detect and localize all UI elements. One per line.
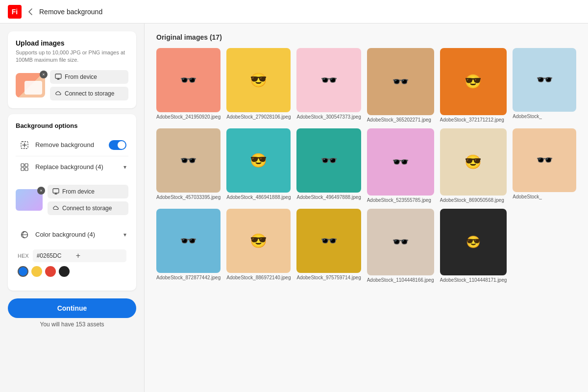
- image-thumbnail: 😎: [440, 48, 507, 115]
- from-device-button[interactable]: From device: [50, 70, 128, 84]
- svg-rect-5: [25, 168, 28, 171]
- swatch-black[interactable]: [59, 266, 70, 277]
- image-thumbnail: 🕶️: [513, 48, 576, 112]
- replace-background-header: Replace background (4) ▾: [16, 156, 128, 178]
- grid-header: Original images (17): [156, 33, 576, 41]
- remove-upload-badge[interactable]: ×: [40, 71, 48, 78]
- image-name: AdobeStock_457033395.jpeg: [156, 195, 220, 200]
- monitor-icon-2: [52, 188, 59, 195]
- image-thumbnail: 🕶️: [156, 209, 220, 273]
- replace-connect-storage-button[interactable]: Connect to storage: [48, 201, 128, 215]
- image-thumbnail: 🕶️: [296, 48, 361, 112]
- continue-section: Continue You will have 153 assets: [8, 296, 136, 328]
- image-item[interactable]: 🕶️AdobeStock_872877442.jpeg: [156, 209, 220, 283]
- remove-background-label: Remove background: [35, 141, 105, 148]
- swatch-blue[interactable]: [18, 266, 28, 277]
- main-layout: Upload images Supports up to 10,000 JPG …: [0, 24, 588, 392]
- image-item[interactable]: 🕶️AdobeStock_365202271.jpeg: [367, 48, 434, 122]
- image-thumbnail: 🕶️: [367, 209, 434, 276]
- image-item[interactable]: 🕶️AdobeStock_1104448166.jpeg: [367, 209, 434, 283]
- thumbnail-inner: [24, 81, 42, 95]
- remove-background-toggle[interactable]: [109, 140, 126, 150]
- remove-replace-bg-badge[interactable]: ×: [37, 187, 45, 195]
- replace-background-section: Replace background (4) ▾ × From device: [16, 156, 128, 224]
- image-item[interactable]: 😎AdobeStock_1104448171.jpeg: [440, 209, 507, 283]
- image-thumbnail: 🕶️: [296, 209, 361, 273]
- background-options-title: Background options: [16, 122, 128, 129]
- monitor-icon: [55, 74, 62, 80]
- image-thumbnail: 😎: [440, 209, 507, 276]
- upload-preview: × From device Connect to storage: [16, 70, 128, 100]
- image-thumbnail: 🕶️: [156, 48, 220, 112]
- toggle-knob: [118, 141, 125, 149]
- image-name: AdobeStock_: [513, 194, 576, 199]
- image-item[interactable]: 😎AdobeStock_869050568.jpeg: [440, 128, 507, 203]
- color-background-label: Color background (4): [35, 231, 120, 238]
- image-item[interactable]: 🕶️AdobeStock_457033395.jpeg: [156, 128, 220, 203]
- connect-storage-button[interactable]: Connect to storage: [50, 87, 128, 100]
- replace-bg-upload-buttons: From device Connect to storage: [48, 185, 128, 215]
- image-name: AdobeStock_1104448171.jpeg: [440, 277, 507, 283]
- upload-thumbnail: ×: [16, 73, 45, 98]
- replace-background-label: Replace background (4): [35, 163, 120, 171]
- image-item[interactable]: 🕶️AdobeStock_523555785.jpeg: [367, 128, 434, 203]
- image-name: AdobeStock_1104448166.jpeg: [367, 277, 434, 283]
- cloud-icon: [55, 90, 62, 97]
- replace-bg-preview: × From device Connect to storage: [16, 180, 128, 220]
- image-thumbnail: 🕶️: [367, 48, 434, 115]
- replace-bg-content: × From device Connect to storage: [16, 178, 128, 224]
- image-item[interactable]: 🕶️AdobeStock_975759714.jpeg: [296, 209, 361, 283]
- color-background-section: Color background (4) ▾ HEX +: [16, 224, 128, 283]
- hex-input[interactable]: [37, 252, 76, 259]
- image-item[interactable]: 🕶️AdobeStock_496497888.jpeg: [296, 128, 361, 203]
- image-item[interactable]: 😎AdobeStock_372171212.jpeg: [440, 48, 507, 122]
- image-item[interactable]: 😎AdobeStock_279028106.jpeg: [226, 48, 291, 122]
- image-name: AdobeStock_523555785.jpeg: [367, 197, 434, 203]
- image-name: AdobeStock_372171212.jpeg: [440, 117, 507, 122]
- image-item[interactable]: 🕶️AdobeStock_241950920.jpeg: [156, 48, 220, 122]
- hex-input-wrap[interactable]: +: [33, 249, 126, 262]
- color-swatches: [16, 266, 128, 279]
- image-item[interactable]: 😎AdobeStock_886972140.jpeg: [226, 209, 291, 283]
- image-name: AdobeStock_869050568.jpeg: [440, 197, 507, 203]
- swatch-red[interactable]: [45, 266, 56, 277]
- back-button[interactable]: [26, 6, 34, 17]
- swatch-yellow[interactable]: [31, 266, 42, 277]
- topbar: Fi Remove background: [0, 0, 588, 24]
- svg-rect-6: [53, 189, 59, 193]
- continue-button[interactable]: Continue: [8, 298, 136, 318]
- color-bg-chevron[interactable]: ▾: [123, 231, 126, 238]
- background-options-section: Background options Remove background Rep…: [8, 114, 136, 291]
- image-name: AdobeStock_486941888.jpeg: [226, 195, 291, 200]
- image-name: AdobeStock_365202271.jpeg: [367, 117, 434, 122]
- image-thumbnail: 😎: [226, 48, 291, 112]
- image-name: AdobeStock_872877442.jpeg: [156, 275, 220, 280]
- replace-from-device-button[interactable]: From device: [48, 185, 128, 198]
- image-item[interactable]: 😎AdobeStock_486941888.jpeg: [226, 128, 291, 203]
- svg-rect-4: [21, 168, 24, 171]
- image-thumbnail: 😎: [226, 128, 291, 193]
- image-thumbnail: 😎: [226, 209, 291, 273]
- image-name: AdobeStock_241950920.jpeg: [156, 114, 220, 120]
- left-panel: Upload images Supports up to 10,000 JPG …: [0, 24, 145, 392]
- replace-bg-chevron[interactable]: ▾: [123, 164, 126, 171]
- right-panel: Original images (17) 🕶️AdobeStock_241950…: [145, 24, 588, 392]
- upload-title: Upload images: [16, 39, 128, 47]
- color-background-header: Color background (4) ▾: [16, 224, 128, 245]
- svg-rect-0: [55, 74, 61, 78]
- image-name: AdobeStock_: [513, 114, 576, 119]
- image-item[interactable]: 🕶️AdobeStock_: [513, 128, 576, 203]
- image-thumbnail: 🕶️: [156, 128, 220, 193]
- image-item[interactable]: 🕶️AdobeStock_: [513, 48, 576, 122]
- image-thumbnail: 🕶️: [296, 128, 361, 193]
- hex-row: HEX +: [16, 247, 128, 266]
- image-thumbnail: 🕶️: [513, 128, 576, 192]
- replace-bg-icon: [18, 160, 31, 174]
- image-item[interactable]: 🕶️AdobeStock_300547373.jpeg: [296, 48, 361, 122]
- hex-add-button[interactable]: +: [76, 251, 80, 260]
- fi-logo: Fi: [8, 5, 22, 19]
- color-bg-content: HEX +: [16, 245, 128, 283]
- svg-rect-3: [25, 164, 28, 167]
- cloud-icon-2: [52, 205, 59, 212]
- remove-bg-icon: [18, 138, 31, 152]
